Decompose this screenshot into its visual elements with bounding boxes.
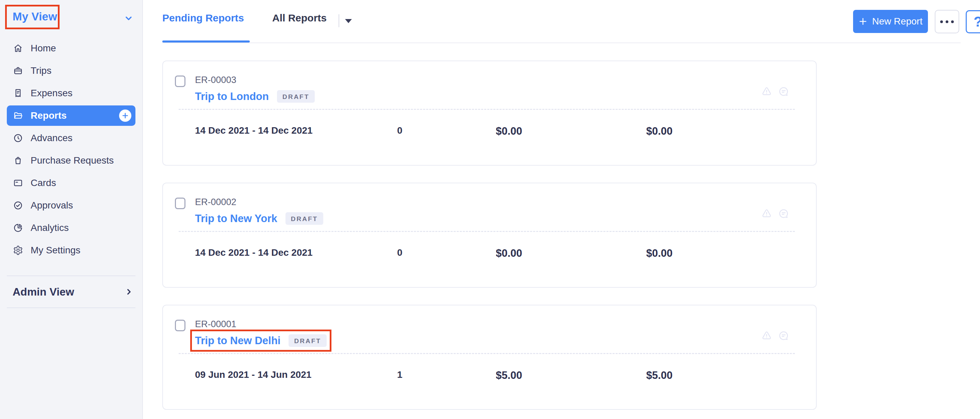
report-card[interactable]: ER-00002 Trip to New York DRAFT 14 Dec 2…	[162, 183, 817, 288]
duration-value: 09 Jun 2021 - 14 Jun 2021	[195, 369, 397, 380]
card-details: 14 Dec 2021 - 14 Dec 2021 0 $0.00 $0.00	[195, 121, 802, 137]
duration-value: 14 Dec 2021 - 14 Dec 2021	[195, 125, 397, 136]
sidebar-header: My View	[0, 0, 142, 34]
reimbursed-value: $0.00	[646, 125, 802, 137]
total-value: $5.00	[496, 369, 646, 382]
warning-icon	[761, 86, 772, 97]
tab-pending-reports[interactable]: Pending Reports	[162, 12, 244, 24]
comment-icon	[778, 86, 789, 97]
help-button[interactable]: ?	[966, 10, 980, 33]
check-circle-icon	[13, 200, 23, 211]
card-details: 09 Jun 2021 - 14 Jun 2021 1 $5.00 $5.00	[195, 365, 802, 382]
sidebar-divider	[7, 308, 135, 308]
sidebar-item-analytics[interactable]: Analytics	[7, 217, 135, 238]
card-header: ER-00002 Trip to New York DRAFT	[175, 197, 323, 225]
report-title-row: Trip to London DRAFT	[195, 90, 315, 103]
sidebar-item-admin-view[interactable]: Admin View	[13, 276, 134, 308]
view-switcher-label[interactable]: My View	[13, 10, 57, 23]
gear-icon	[13, 245, 23, 256]
tab-all-reports[interactable]: All Reports	[272, 12, 327, 24]
report-checkbox[interactable]	[175, 198, 185, 209]
receipt-icon	[13, 88, 23, 98]
report-id: ER-00002	[195, 197, 323, 208]
report-id: ER-00003	[195, 75, 315, 86]
report-id: ER-00001	[195, 319, 327, 330]
expenses-value: 1	[397, 369, 496, 380]
expenses-value: 0	[397, 125, 496, 136]
total-value: $0.00	[496, 247, 646, 259]
folder-icon	[13, 111, 23, 121]
clock-icon	[13, 133, 23, 143]
report-card[interactable]: ER-00003 Trip to London DRAFT 14 Dec 202…	[162, 60, 817, 166]
tab-separator	[339, 14, 339, 27]
sidebar-item-advances[interactable]: Advances	[7, 128, 135, 148]
chevron-right-icon	[124, 287, 134, 296]
report-list: ER-00003 Trip to London DRAFT 14 Dec 202…	[162, 60, 817, 410]
card-divider	[179, 353, 795, 354]
sidebar-item-reports[interactable]: Reports	[7, 105, 135, 126]
tab-dropdown-caret-icon[interactable]	[345, 19, 352, 23]
new-report-label: New Report	[872, 16, 923, 27]
status-badge: DRAFT	[288, 334, 326, 347]
report-checkbox[interactable]	[175, 320, 185, 331]
admin-view-label: Admin View	[13, 286, 74, 298]
card-header: ER-00003 Trip to London DRAFT	[175, 75, 315, 103]
sidebar-item-home[interactable]: Home	[7, 38, 135, 59]
report-card[interactable]: ER-00001 Trip to New Delhi DRAFT 09 Jun …	[162, 305, 817, 410]
topbar-divider	[162, 43, 961, 43]
report-title-link[interactable]: Trip to New Delhi	[195, 335, 280, 347]
pie-chart-icon	[13, 223, 23, 233]
total-value: $0.00	[496, 125, 646, 137]
sidebar-item-expenses[interactable]: Expenses	[7, 83, 135, 103]
report-title-row: Trip to New Delhi DRAFT	[195, 334, 327, 347]
shopping-bag-icon	[13, 156, 23, 166]
status-badge: DRAFT	[277, 90, 315, 103]
briefcase-icon	[13, 66, 23, 76]
card-details: 14 Dec 2021 - 14 Dec 2021 0 $0.00 $0.00	[195, 243, 802, 259]
sidebar-item-approvals[interactable]: Approvals	[7, 195, 135, 216]
warning-icon	[761, 330, 772, 341]
more-options-button[interactable]	[935, 10, 959, 33]
report-title-link[interactable]: Trip to London	[195, 90, 269, 103]
card-divider	[179, 231, 795, 232]
plus-icon	[859, 17, 867, 26]
sidebar-item-purchase-requests[interactable]: Purchase Requests	[7, 150, 135, 171]
topbar: Pending Reports All Reports New Report ?	[143, 0, 980, 60]
credit-card-icon	[13, 178, 23, 188]
card-divider	[179, 109, 795, 110]
add-report-icon[interactable]	[119, 110, 131, 122]
expenses-value: 0	[397, 247, 496, 258]
chevron-down-icon[interactable]	[124, 14, 134, 23]
main-content: Pending Reports All Reports New Report ?…	[143, 0, 980, 419]
comment-icon	[778, 330, 789, 341]
card-header: ER-00001 Trip to New Delhi DRAFT	[175, 319, 327, 347]
reimbursed-value: $5.00	[646, 369, 802, 382]
reimbursed-value: $0.00	[646, 247, 802, 259]
status-badge: DRAFT	[285, 212, 323, 225]
sidebar-item-cards[interactable]: Cards	[7, 173, 135, 193]
warning-icon	[761, 208, 772, 219]
sidebar: My View Home Trips Expenses Reports Adva…	[0, 0, 143, 419]
home-icon	[13, 43, 23, 53]
report-title-link[interactable]: Trip to New York	[195, 213, 277, 225]
report-checkbox[interactable]	[175, 76, 185, 87]
ellipsis-icon	[940, 21, 943, 23]
question-mark-icon: ?	[974, 14, 980, 30]
report-title-row: Trip to New York DRAFT	[195, 212, 323, 225]
sidebar-item-my-settings[interactable]: My Settings	[7, 240, 135, 260]
duration-value: 14 Dec 2021 - 14 Dec 2021	[195, 247, 397, 258]
sidebar-nav: Home Trips Expenses Reports Advances Pur…	[0, 34, 142, 260]
new-report-button[interactable]: New Report	[853, 10, 928, 33]
comment-icon	[778, 208, 789, 219]
sidebar-item-trips[interactable]: Trips	[7, 60, 135, 81]
